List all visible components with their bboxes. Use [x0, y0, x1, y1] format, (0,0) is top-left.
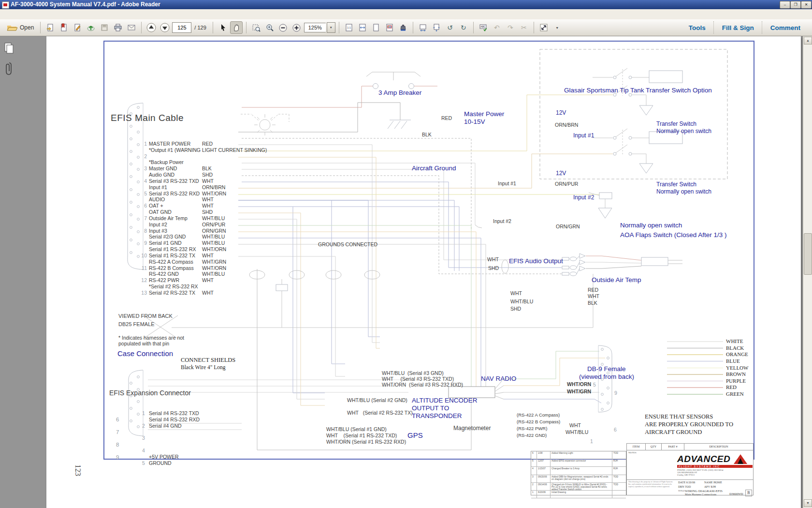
- zoom-in-button[interactable]: [290, 21, 303, 34]
- wire-color: SHD: [202, 209, 213, 215]
- rev-date: 12/07: [537, 459, 551, 466]
- s3-txd: WHT (Serial #3 RS-232 TXD): [382, 376, 454, 382]
- share-upload-button[interactable]: [85, 21, 97, 34]
- diskette-icon: [100, 23, 109, 32]
- next-page-button[interactable]: [159, 21, 171, 34]
- cut-button[interactable]: ✂: [518, 21, 530, 34]
- db25-pin-row: Serial #1 RS-232 RX WHT/ORN: [141, 246, 349, 253]
- plus-circle-icon: [292, 23, 301, 32]
- oat-right-blk: BLK: [588, 300, 597, 306]
- pin-label: Input #3: [149, 228, 167, 234]
- db25-pin-row: AUDIO WHT: [141, 196, 349, 203]
- logo-text: ADVANCED: [677, 454, 730, 464]
- signal-name: (Serial #3 RS-232 TXD): [401, 376, 454, 382]
- menu-item[interactable]: [15, 13, 23, 16]
- dynamic-zoom-button[interactable]: [263, 21, 276, 34]
- rs422-whtblu: WHT/BLU: [566, 429, 588, 435]
- sign-page-button[interactable]: [71, 21, 84, 34]
- exp-row-gnd: Serial #4 GND: [149, 423, 182, 429]
- db25-pin-row: 13 Serial #2 RS-232 TX WHT: [141, 290, 349, 296]
- title-bar[interactable]: AF-3000-4000 System Manual V7.4.pdf - Ad…: [0, 0, 812, 9]
- zoom-dropdown-button[interactable]: ▼: [327, 22, 335, 33]
- signal-name: (Serial #3 GND): [407, 370, 444, 376]
- wire-color: WHT/BLU: [382, 370, 405, 376]
- pin-label: Master GND: [149, 165, 177, 171]
- open-button[interactable]: Open: [4, 23, 37, 32]
- menu-item[interactable]: [23, 13, 31, 16]
- vertical-scrollbar[interactable]: ▲ ▼: [803, 36, 812, 508]
- page-thumbnails-button[interactable]: [3, 42, 14, 54]
- audio-wht: WHT: [487, 256, 499, 262]
- connect-shields-label: CONNECT SHIELDS: [181, 357, 235, 364]
- pin-label: OAT +: [149, 203, 163, 209]
- wire-color: WHT/BLU: [202, 271, 225, 277]
- sheet-rev: B: [745, 490, 752, 496]
- marquee-zoom-icon: [252, 23, 261, 32]
- envelope-icon: [127, 23, 136, 32]
- page-icon: [372, 23, 380, 32]
- select-tool-button[interactable]: [217, 21, 229, 34]
- rotate-ccw-button[interactable]: ↺: [444, 21, 456, 34]
- print-button[interactable]: [112, 21, 124, 34]
- scroll-up-button[interactable]: ▲: [804, 37, 812, 45]
- fill-sign-button[interactable]: Fill & Sign: [714, 24, 762, 31]
- pin-number: 3: [140, 165, 147, 171]
- hand-tool-button[interactable]: [230, 21, 243, 34]
- wire-color: ORN/GRN: [202, 228, 226, 234]
- comment-button[interactable]: Comment: [763, 24, 808, 31]
- fit-visible-button[interactable]: [383, 21, 396, 34]
- rev-date: 1/08: [537, 451, 551, 459]
- page-number-input[interactable]: [172, 22, 191, 33]
- separator: [213, 22, 213, 33]
- revision-row: 3 09/20/06 Added DB9 for Magnetometer, s…: [531, 475, 626, 483]
- scroll-down-button[interactable]: ▼: [804, 499, 812, 507]
- sw1-input: Input #1: [573, 132, 594, 139]
- redo-button[interactable]: ↷: [504, 21, 517, 34]
- ink-button[interactable]: [397, 21, 409, 34]
- save-button[interactable]: [98, 21, 111, 34]
- sw1-12v: 12V: [556, 109, 566, 116]
- separator: [339, 22, 339, 33]
- email-button[interactable]: [125, 21, 138, 34]
- minimize-button[interactable]: –: [780, 1, 790, 9]
- undo-button[interactable]: ↶: [491, 21, 503, 34]
- task-pane-buttons: Tools Fill & Sign Comment: [681, 19, 808, 36]
- maximize-button[interactable]: ❐: [790, 1, 801, 9]
- wire-color: SHD: [202, 172, 213, 178]
- fullscreen-button[interactable]: [537, 21, 550, 34]
- save-copy-button[interactable]: [44, 21, 57, 34]
- pin-label: *Serial #2 RS-232 RX: [149, 284, 198, 289]
- rotate-cw-button[interactable]: ↻: [457, 21, 470, 34]
- fit-page-button[interactable]: [370, 21, 382, 34]
- pin-number: 9: [140, 240, 147, 246]
- drn-cell: DRN TOD: [678, 485, 691, 488]
- two-page-button[interactable]: [430, 21, 443, 34]
- previous-page-button[interactable]: [145, 21, 158, 34]
- tools-button[interactable]: Tools: [681, 24, 713, 31]
- wire-color: WHT/ORN: [382, 382, 406, 388]
- attachments-button[interactable]: [3, 61, 14, 73]
- signal-name: (Serial #1 GND): [350, 426, 387, 432]
- wire-color: WHT: [202, 253, 214, 258]
- menu-item[interactable]: [8, 13, 15, 16]
- rev-number: 4: [531, 467, 537, 474]
- rev-description: Added Warning Light: [551, 451, 612, 459]
- scrollbar-thumb[interactable]: [804, 233, 812, 275]
- zoom-level-field[interactable]: 125%: [304, 23, 326, 32]
- exp-num-1: 1: [142, 410, 145, 416]
- db25-pin-row: 3 Master GND BLK: [141, 165, 349, 172]
- bookmark-page-button[interactable]: [58, 21, 70, 34]
- toolbar-overflow-button[interactable]: ▼: [551, 21, 564, 34]
- close-button[interactable]: ✕: [801, 1, 812, 9]
- marquee-zoom-button[interactable]: [250, 21, 262, 34]
- down-arrow-icon: [160, 22, 170, 33]
- menu-item[interactable]: [0, 13, 8, 16]
- zoom-out-button[interactable]: [277, 21, 290, 34]
- actual-size-button[interactable]: 1:1: [343, 21, 355, 34]
- fit-width-button[interactable]: [356, 21, 369, 34]
- wire-color: WHT/ORN: [202, 265, 226, 271]
- spellcheck-button[interactable]: ABC: [477, 21, 490, 34]
- menu-item[interactable]: [31, 13, 39, 16]
- db25-pin-row: *Output #1 (WARNING LIGHT CURRENT SINKIN…: [141, 147, 349, 153]
- scroll-mode-button[interactable]: [417, 21, 429, 34]
